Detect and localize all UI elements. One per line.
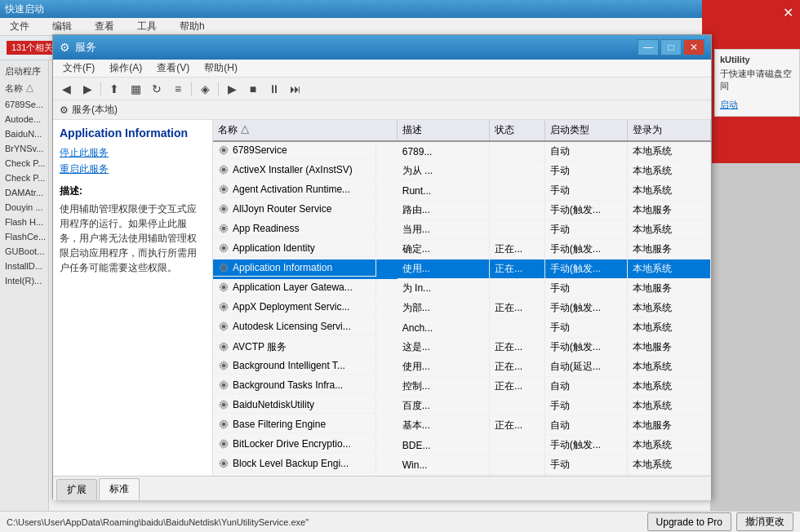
service-icon	[218, 144, 229, 156]
table-row[interactable]: Application Identity确定...正在...手动(触发...本地…	[213, 240, 711, 259]
toolbar-forward[interactable]: ▶	[78, 80, 97, 98]
service-icon	[218, 242, 229, 254]
toolbar-stop[interactable]: ■	[243, 80, 263, 98]
menu-help[interactable]: 帮助(H)	[198, 60, 244, 77]
bg-menu-file[interactable]: 文件	[3, 18, 36, 35]
service-startup: 手动	[544, 397, 628, 416]
toolbar-back[interactable]: ◀	[56, 80, 76, 98]
menu-view[interactable]: 查看(V)	[150, 60, 196, 77]
bg-menu-edit[interactable]: 编辑	[46, 18, 78, 35]
toolbar-list1[interactable]: ▦	[126, 80, 145, 98]
header-name[interactable]: 名称 △	[213, 120, 398, 141]
service-icon	[218, 360, 229, 371]
service-name-text: AVCTP 服务	[233, 340, 287, 354]
restart-service-link[interactable]: 重启此服务	[60, 162, 206, 176]
tab-standard[interactable]: 标准	[99, 478, 140, 500]
service-status	[490, 436, 545, 455]
service-startup: 手动(触发...	[544, 436, 628, 455]
table-row[interactable]: App Readiness当用...手动本地系统	[213, 220, 711, 240]
close-btn-red[interactable]: ✕	[781, 3, 795, 22]
table-row[interactable]: 6789Service6789...自动本地系统	[213, 141, 711, 162]
breadcrumb-text: 服务(本地)	[72, 103, 118, 117]
col-header: 名称 △	[2, 81, 47, 96]
table-row[interactable]: Base Filtering Engine基本...正在...自动本地服务	[213, 416, 711, 436]
table-row[interactable]: AVCTP 服务这是...正在...手动(触发...本地服务	[213, 338, 711, 357]
service-login: 本地系统	[628, 299, 711, 318]
table-row[interactable]: Agent Activation Runtime...Runt...手动本地系统	[213, 181, 711, 201]
service-icon	[218, 164, 229, 175]
service-name-text: Block Level Backup Engi...	[233, 458, 349, 469]
services-table-scroll[interactable]: 名称 △ 描述 状态 启动类型 登录为 6789Service6789...自动…	[213, 120, 711, 476]
toolbar-up[interactable]: ⬆	[104, 80, 124, 98]
maximize-button[interactable]: □	[660, 39, 682, 55]
service-login: 本地系统	[628, 436, 711, 455]
table-row[interactable]: AllJoyn Router Service路由...手动(触发...本地服务	[213, 201, 711, 220]
upgrade-btn[interactable]: Upgrade to Pro	[647, 512, 731, 531]
table-row[interactable]: BrYNSvc手动本地系统	[213, 475, 711, 477]
toolbar-refresh[interactable]: ↻	[147, 80, 167, 98]
left-panel: Application Information 停止此服务 重启此服务 描述: …	[53, 120, 213, 476]
table-row[interactable]: BitLocker Drive Encryptio...BDE...手动(触发.…	[213, 436, 711, 455]
service-desc: 为 In...	[398, 279, 490, 299]
service-desc: 百度...	[398, 397, 490, 416]
status-buttons: Upgrade to Pro 撤消更改	[647, 512, 793, 531]
header-login[interactable]: 登录为	[628, 120, 711, 141]
cancel-btn[interactable]: 撤消更改	[736, 512, 793, 531]
sidebar-item-7[interactable]: Douyin ...	[2, 201, 47, 214]
service-desc: 基本...	[398, 416, 490, 436]
toolbar-list2[interactable]: ≡	[168, 80, 188, 98]
sidebar-item-1[interactable]: Autode...	[2, 113, 47, 126]
table-row[interactable]: Background Intelligent T...使用...正在...自动(…	[213, 357, 711, 377]
bg-menu-help[interactable]: 帮助h	[173, 18, 211, 35]
table-row[interactable]: AppX Deployment Servic...为部...正在...手动(触发…	[213, 299, 711, 318]
sidebar-item-9[interactable]: FlashCe...	[2, 230, 47, 243]
service-startup: 手动	[544, 455, 628, 475]
table-row[interactable]: Application Layer Gatewa...为 In...手动本地服务	[213, 279, 711, 299]
service-name-text: AppX Deployment Servic...	[233, 301, 349, 313]
bg-menu-view[interactable]: 查看	[88, 18, 121, 35]
table-row[interactable]: Block Level Backup Engi...Win...手动本地系统	[213, 455, 711, 475]
sidebar-item-0[interactable]: 6789Se...	[2, 98, 47, 111]
toolbar-play[interactable]: ▶	[222, 80, 242, 98]
svg-point-5	[222, 246, 226, 250]
table-row[interactable]: Background Tasks Infra...控制...正在...自动本地系…	[213, 377, 711, 397]
menu-action[interactable]: 操作(A)	[103, 60, 149, 77]
sidebar-item-3[interactable]: BrYNSv...	[2, 142, 47, 155]
toolbar-pause[interactable]: ⏸	[264, 80, 284, 98]
sidebar-item-12[interactable]: Intel(R)...	[2, 274, 47, 287]
sidebar-item-8[interactable]: Flash H...	[2, 215, 47, 228]
right-panel: 名称 △ 描述 状态 启动类型 登录为 6789Service6789...自动…	[213, 120, 711, 476]
bg-sidebar: 启动程序 名称 △ 6789Se... Autode... BaiduN... …	[0, 60, 49, 532]
table-row[interactable]: Application Information使用...正在...手动(触发..…	[213, 259, 711, 279]
bg-menu-tools[interactable]: 工具	[131, 18, 163, 35]
status-path: C:\Users\User\AppData\Roaming\baidu\Baid…	[7, 517, 309, 527]
svg-point-10	[222, 345, 226, 349]
close-button[interactable]: ✕	[683, 39, 704, 55]
sidebar-item-4[interactable]: Check P...	[2, 157, 47, 170]
tab-extend[interactable]: 扩展	[56, 479, 97, 500]
toolbar-restart[interactable]: ⏭	[286, 80, 305, 98]
win-body: Application Information 停止此服务 重启此服务 描述: …	[53, 120, 711, 476]
sidebar-item-11[interactable]: InstallD...	[2, 259, 47, 273]
service-startup: 自动(延迟...	[544, 357, 628, 377]
header-status[interactable]: 状态	[490, 120, 545, 141]
service-login: 本地系统	[628, 181, 711, 201]
menu-file[interactable]: 文件(F)	[56, 60, 101, 77]
minimize-button[interactable]: —	[638, 39, 659, 55]
table-row[interactable]: ActiveX Installer (AxInstSV)为从 ...手动本地系统	[213, 162, 711, 181]
table-row[interactable]: Autodesk Licensing Servi...Anch...手动本地系统	[213, 318, 711, 338]
service-name-cell: Application Identity	[213, 240, 376, 257]
sidebar-item-10[interactable]: GUBoot...	[2, 245, 47, 258]
header-startup[interactable]: 启动类型	[544, 120, 628, 141]
svg-point-2	[222, 187, 226, 191]
service-name-cell: Base Filtering Engine	[213, 416, 376, 433]
header-desc[interactable]: 描述	[398, 120, 490, 141]
table-row[interactable]: BaiduNetdiskUtility百度...手动本地系统	[213, 397, 711, 416]
toolbar-filter[interactable]: ◈	[195, 80, 215, 98]
sidebar-item-5[interactable]: Check P...	[2, 171, 47, 184]
sidebar-item-2[interactable]: BaiduN...	[2, 127, 47, 140]
sidebar-item-6[interactable]: DAMAtr...	[2, 186, 47, 199]
service-icon	[218, 341, 229, 352]
service-desc: 使用...	[398, 357, 490, 377]
stop-service-link[interactable]: 停止此服务	[60, 146, 206, 160]
